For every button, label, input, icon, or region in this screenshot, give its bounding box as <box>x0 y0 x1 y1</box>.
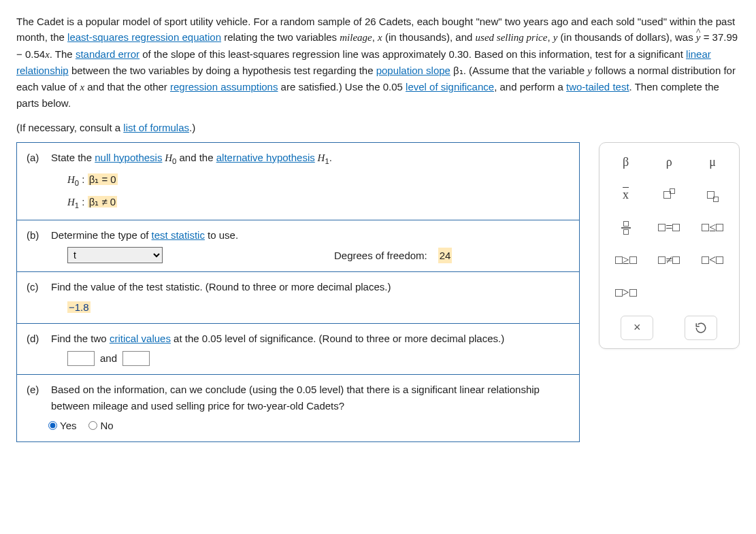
link-critical-values[interactable]: critical values <box>110 333 171 344</box>
part-label: (a) <box>27 150 44 167</box>
var-x: x <box>378 32 382 43</box>
part-d: (d) Find the two critical values at the … <box>17 324 579 376</box>
link-null-hypothesis[interactable]: null hypothesis <box>95 152 162 163</box>
link-population-slope[interactable]: population slope <box>376 65 450 76</box>
palette-rho[interactable]: ρ <box>652 152 686 173</box>
critical-value-2-input[interactable] <box>122 351 150 366</box>
part-label: (e) <box>27 382 44 414</box>
palette-reset-button[interactable] <box>685 316 717 340</box>
palette-mu[interactable]: μ <box>695 152 729 173</box>
palette-xbar[interactable]: x <box>609 185 643 205</box>
questions-panel: (a) State the null hypothesis H0 and the… <box>16 142 580 442</box>
sample-size: 26 <box>365 16 376 27</box>
part-label: (c) <box>27 279 44 295</box>
palette-beta[interactable]: β <box>609 152 643 173</box>
part-e: (e) Based on the information, can we con… <box>17 375 579 441</box>
part-a: (a) State the null hypothesis H0 and the… <box>17 143 579 220</box>
se-value: 0.30 <box>449 48 469 60</box>
intro-text: relating the two variables <box>221 31 340 43</box>
close-icon: × <box>634 318 641 337</box>
link-alternative-hypothesis[interactable]: alternative hypothesis <box>216 152 315 163</box>
reset-icon <box>695 322 707 334</box>
h0-row: H0 : β₁ = 0 <box>27 171 570 189</box>
h1-answer[interactable]: β₁ ≠ 0 <box>88 196 118 207</box>
link-regression-assumptions[interactable]: regression assumptions <box>170 81 278 93</box>
part-c: (c) Find the value of the test statistic… <box>17 272 579 324</box>
palette-clear-button[interactable]: × <box>621 316 653 340</box>
and-label: and <box>100 350 117 366</box>
radio-yes[interactable]: Yes <box>48 418 76 433</box>
palette-gt[interactable]: > <box>609 283 643 303</box>
critical-value-1-input[interactable] <box>67 351 95 366</box>
var-used-price: used selling price <box>476 32 548 43</box>
intro-text: The Cadet is a popular model of sport ut… <box>16 16 365 27</box>
link-standard-error[interactable]: standard error <box>76 48 139 60</box>
var-mileage: mileage <box>340 32 372 43</box>
symbol-palette: β ρ μ x = ≤ ≥ ≠ < > × <box>599 142 740 349</box>
palette-subscript[interactable] <box>695 185 729 205</box>
part-c-text: Find the value of the test statistic. (R… <box>51 279 391 295</box>
palette-equals[interactable]: = <box>652 218 686 238</box>
palette-lt[interactable]: < <box>695 250 729 271</box>
link-two-tailed-test[interactable]: two-tailed test <box>566 81 629 93</box>
palette-neq[interactable]: ≠ <box>652 250 686 271</box>
test-statistic-value[interactable]: −1.8 <box>67 301 91 313</box>
link-level-of-significance[interactable]: level of significance <box>406 81 494 93</box>
part-label: (b) <box>27 227 44 243</box>
problem-statement: The Cadet is a popular model of sport ut… <box>16 14 740 135</box>
palette-lte[interactable]: ≤ <box>695 218 729 238</box>
test-statistic-select[interactable]: t <box>67 247 163 263</box>
palette-fraction[interactable] <box>609 218 643 238</box>
alpha-value: 0.05 <box>383 81 403 93</box>
palette-superscript[interactable] <box>652 185 686 205</box>
df-value[interactable]: 24 <box>438 248 453 263</box>
radio-no[interactable]: No <box>88 418 113 433</box>
h1-row: H1 : β₁ ≠ 0 <box>27 194 570 212</box>
palette-gte[interactable]: ≥ <box>609 250 643 271</box>
regression-equation: y <box>696 30 701 46</box>
h0-answer[interactable]: β₁ = 0 <box>88 173 118 185</box>
part-b: (b) Determine the type of test statistic… <box>17 220 579 272</box>
part-label: (d) <box>27 331 44 346</box>
df-label: Degrees of freedom: <box>334 248 427 263</box>
beta1-symbol: β₁ <box>450 65 463 76</box>
link-least-squares[interactable]: least-squares regression equation <box>67 31 221 43</box>
link-list-of-formulas[interactable]: list of formulas <box>123 122 189 133</box>
link-test-statistic[interactable]: test statistic <box>152 229 205 241</box>
